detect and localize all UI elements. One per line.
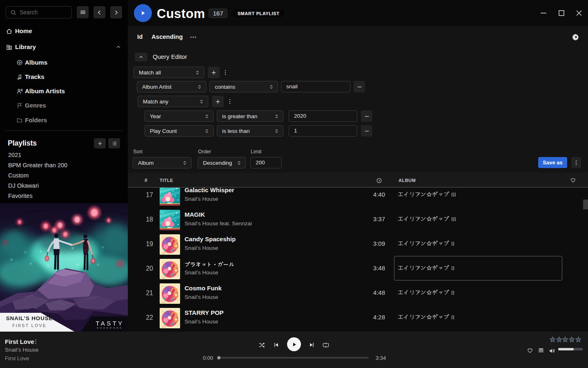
svg-text:FIRST LOVE: FIRST LOVE bbox=[12, 323, 47, 328]
svg-text:TASTY: TASTY bbox=[96, 320, 124, 327]
svg-text:SNAIL’S HOUSE: SNAIL’S HOUSE bbox=[6, 315, 53, 321]
